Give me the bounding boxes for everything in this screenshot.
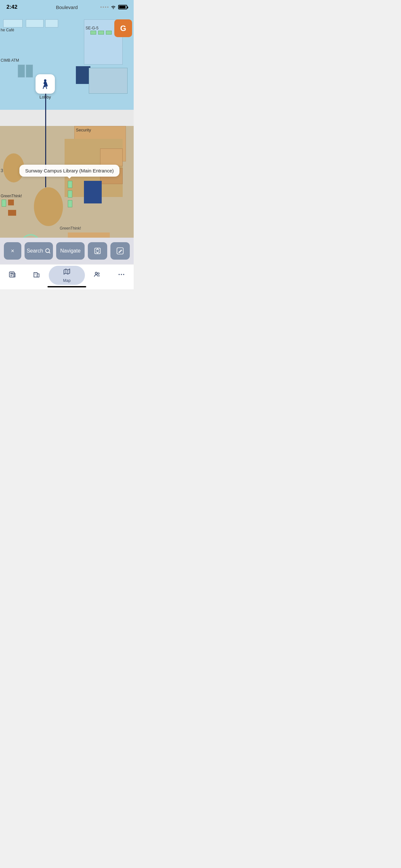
dark-blue-rect: [76, 66, 90, 84]
large-rect: [89, 68, 127, 94]
svg-line-2: [49, 252, 50, 253]
walker-bubble: [35, 74, 55, 94]
blue-room-library: [84, 181, 102, 204]
map-canvas: SE-G-5 G he Café CIMB ATM Lobby: [0, 0, 134, 238]
svg-point-20: [123, 274, 124, 275]
status-time: 2:42: [6, 4, 18, 10]
tab-more[interactable]: [109, 271, 134, 280]
people-icon: [93, 271, 101, 280]
greenthink-label-2: GreenThink!: [60, 226, 81, 230]
signal-bars: [100, 6, 109, 8]
lib-win-1: [68, 181, 72, 188]
win-3: [106, 31, 112, 35]
room-upper-1: [3, 20, 23, 27]
lib-room-1: [100, 149, 123, 166]
greenthink-label-1: GreenThink!: [1, 194, 22, 198]
home-indicator: [48, 286, 86, 287]
battery-icon: [118, 5, 127, 9]
search-button-label: Search: [27, 248, 43, 254]
svg-rect-5: [9, 272, 14, 277]
wifi-icon: [111, 4, 116, 10]
building-bottom-mid: [68, 232, 110, 238]
tab-people[interactable]: [85, 271, 110, 280]
map-tab-label: Map: [63, 278, 70, 283]
tab-map[interactable]: Map: [49, 266, 85, 285]
blue-block-2: [26, 65, 33, 78]
num3-label: 3: [1, 168, 3, 173]
lib-win-2: [68, 190, 72, 197]
map-container[interactable]: SE-G-5 G he Café CIMB ATM Lobby: [0, 0, 134, 238]
cimb-label: CIMB ATM: [1, 58, 19, 63]
map-icon: [63, 268, 71, 277]
tab-bar: Map: [0, 264, 134, 289]
seg5-label: SE-G-5: [86, 26, 98, 30]
svg-rect-6: [10, 273, 13, 274]
navigate-button[interactable]: Navigate: [56, 242, 85, 259]
more-icon: [118, 271, 125, 280]
stairs-button[interactable]: [111, 242, 130, 259]
tooltip: Sunway Campus Library (Main Entrance): [19, 165, 120, 177]
room-upper-2: [26, 20, 43, 27]
svg-rect-10: [34, 273, 37, 277]
svg-rect-11: [37, 274, 39, 277]
svg-point-19: [121, 274, 122, 275]
tab-buildings[interactable]: [25, 271, 49, 280]
room-upper-3: [45, 20, 58, 27]
tab-news[interactable]: [0, 271, 25, 280]
gap-area: [0, 110, 134, 128]
security-label: Security: [76, 128, 91, 132]
cafe-label: he Café: [1, 28, 14, 32]
gt-brown-1: [8, 199, 14, 206]
gt-win-1: [2, 199, 6, 207]
svg-point-16: [95, 272, 97, 274]
lib-win-3: [68, 200, 72, 207]
svg-rect-9: [14, 273, 15, 277]
svg-point-18: [119, 274, 120, 275]
tooltip-text: Sunway Campus Library (Main Entrance): [25, 168, 114, 174]
close-button[interactable]: ×: [4, 242, 21, 259]
lobby-label: Lobby: [39, 95, 51, 99]
small-orange-1: [8, 210, 16, 216]
svg-point-17: [97, 273, 99, 274]
buildings-icon: [33, 271, 40, 280]
walker-pin: Lobby: [35, 74, 55, 99]
elevator-button[interactable]: [88, 242, 107, 259]
bottom-toolbar: × Search Navigate: [0, 238, 134, 264]
news-icon: [8, 271, 16, 280]
blue-block-1: [18, 65, 25, 78]
win-1: [90, 31, 96, 35]
status-bar: 2:42 Boulevard: [0, 0, 134, 14]
boulevard-label: Boulevard: [56, 4, 78, 10]
win-2: [98, 31, 104, 35]
oval-2: [34, 187, 63, 226]
status-icons: [100, 4, 127, 10]
g-button[interactable]: G: [114, 20, 132, 37]
search-button[interactable]: Search: [25, 242, 53, 259]
